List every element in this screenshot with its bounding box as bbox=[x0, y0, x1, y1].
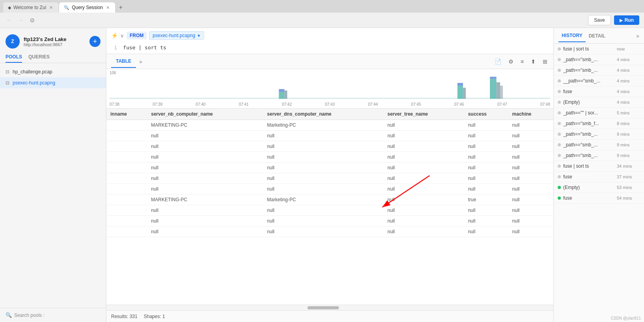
table-row[interactable]: null null null null null bbox=[106, 141, 553, 152]
run-button[interactable]: ▶ Run bbox=[614, 15, 639, 25]
history-time-13: 53 mins bbox=[617, 185, 632, 190]
cell-success: null bbox=[464, 131, 508, 141]
history-item-14[interactable]: fuse 54 mins bbox=[554, 193, 644, 204]
history-nav-button[interactable]: ⊙ bbox=[28, 15, 36, 25]
sidebar-header: Z ftp123's Zed Lake http://localhost:986… bbox=[0, 28, 106, 52]
results-icon-grid[interactable]: ⊞ bbox=[542, 57, 549, 66]
results-icon-filter[interactable]: ≡ bbox=[519, 57, 525, 66]
history-item-12[interactable]: fuse 37 mins bbox=[554, 172, 644, 182]
table-container[interactable]: inname server_nb_computer_name server_dn… bbox=[106, 109, 553, 305]
forward-button[interactable]: → bbox=[17, 15, 25, 25]
history-time-0: now bbox=[617, 47, 625, 51]
history-dot-12 bbox=[558, 175, 561, 178]
tab-welcome-label: Welcome to Zui bbox=[13, 5, 46, 10]
history-text-12: fuse bbox=[563, 174, 614, 180]
pool-item-psexec[interactable]: ⊟ psexec-hunt.pcapng bbox=[0, 77, 106, 88]
search-placeholder[interactable]: Search pools : bbox=[14, 313, 45, 318]
history-item-11[interactable]: fuse | sort ts 34 mins bbox=[554, 161, 644, 172]
cell-machine: null bbox=[508, 152, 553, 163]
col-header-success: success bbox=[464, 109, 508, 120]
results-tab-table[interactable]: TABLE bbox=[111, 55, 136, 68]
save-button[interactable]: Save bbox=[588, 15, 610, 25]
table-row[interactable]: null null null null null bbox=[106, 131, 553, 141]
history-item-7[interactable]: _path=="smb_f... 8 mins bbox=[554, 118, 644, 129]
table-row[interactable]: null null null null null bbox=[106, 227, 553, 237]
cell-tree: null bbox=[383, 141, 464, 152]
results-expand-button[interactable]: » bbox=[136, 58, 145, 65]
table-row[interactable]: null null null null null bbox=[106, 173, 553, 184]
history-item-2[interactable]: _path=="smb_... 4 mins bbox=[554, 65, 644, 76]
filter-icon[interactable]: ⚡ bbox=[111, 32, 118, 39]
history-time-6: 5 mins bbox=[617, 110, 629, 115]
history-time-9: 9 mins bbox=[617, 142, 629, 147]
cell-machine: null bbox=[508, 163, 553, 173]
scrollbar-thumb-x[interactable] bbox=[307, 306, 339, 309]
history-item-10[interactable]: _path=="smb_... 9 mins bbox=[554, 150, 644, 161]
back-button[interactable]: ← bbox=[5, 15, 13, 25]
chart-area: 106 bbox=[106, 69, 553, 109]
results-icon-settings[interactable]: ⚙ bbox=[507, 57, 515, 66]
right-tab-history[interactable]: HISTORY bbox=[558, 30, 586, 42]
query-line-1[interactable]: fuse | sort ts bbox=[123, 45, 166, 51]
history-item-6[interactable]: _path=="" | sor... 5 mins bbox=[554, 108, 644, 118]
history-item-4[interactable]: fuse 4 mins bbox=[554, 86, 644, 97]
history-text-6: _path=="" | sor... bbox=[563, 110, 614, 116]
history-time-11: 34 mins bbox=[617, 164, 632, 168]
history-text-1: _path=="smb_... bbox=[563, 57, 614, 62]
sidebar-tab-queries[interactable]: QUERIES bbox=[28, 52, 50, 63]
sidebar-tabs: POOLS QUERIES bbox=[0, 52, 106, 63]
history-item-5[interactable]: (Empty) 4 mins bbox=[554, 97, 644, 108]
source-chevron-icon: ▼ bbox=[197, 34, 201, 38]
cell-nb: MARKETING-PC bbox=[147, 120, 263, 131]
col-header-tree: server_tree_name bbox=[383, 109, 464, 120]
chart-x-labels: 07:38 07:39 07:40 07:41 07:42 07:43 07:4… bbox=[110, 102, 550, 107]
pool-item-hp-challenge[interactable]: ⊟ hp_challenge.pcap bbox=[0, 66, 106, 77]
filter-chevron[interactable]: ∨ bbox=[120, 33, 124, 39]
right-panel-expand-button[interactable]: » bbox=[636, 33, 639, 39]
cell-tree: null bbox=[383, 120, 464, 131]
right-tab-detail[interactable]: DETAIL bbox=[586, 30, 609, 42]
history-item-13[interactable]: (Empty) 53 mins bbox=[554, 182, 644, 193]
results-icon-export[interactable]: ⬆ bbox=[530, 57, 537, 66]
table-scrollbar-x[interactable] bbox=[106, 305, 553, 310]
cell-nb: null bbox=[147, 227, 263, 237]
history-dot-8 bbox=[558, 133, 561, 136]
table-row[interactable]: null null null null null bbox=[106, 205, 553, 216]
svg-rect-8 bbox=[490, 77, 496, 79]
history-item-0[interactable]: fuse | sort ts now bbox=[554, 44, 644, 54]
table-row-annotated[interactable]: MARKETING-PC Marketing-PC null true null bbox=[106, 195, 553, 205]
add-tab-button[interactable]: + bbox=[116, 2, 126, 13]
source-selector[interactable]: psexec-hunt.pcapng ▼ bbox=[149, 31, 204, 40]
history-item-9[interactable]: _path=="smb_... 9 mins bbox=[554, 140, 644, 150]
table-body: MARKETING-PC Marketing-PC null null null… bbox=[106, 120, 553, 237]
tab-query[interactable]: 🔍 Query Session ✕ bbox=[59, 2, 115, 13]
table-row[interactable]: null null null null null bbox=[106, 184, 553, 195]
cell-inname bbox=[106, 131, 147, 141]
results-icon-note[interactable]: 📄 bbox=[493, 57, 503, 66]
cell-machine: null bbox=[508, 141, 553, 152]
tab-welcome[interactable]: ◆ Welcome to Zui ✕ bbox=[3, 2, 58, 13]
history-time-10: 9 mins bbox=[617, 153, 629, 158]
chart-x-label-7: 07:45 bbox=[411, 102, 421, 107]
history-dot-11 bbox=[558, 165, 561, 168]
table-row[interactable]: null null null null null bbox=[106, 216, 553, 227]
tab-query-close[interactable]: ✕ bbox=[105, 5, 110, 10]
history-item-3[interactable]: __path=="smb_... 4 mins bbox=[554, 76, 644, 86]
results-toolbar: TABLE » 📄 ⚙ ≡ ⬆ ⊞ bbox=[106, 54, 553, 69]
cell-tree: null bbox=[383, 227, 464, 237]
table-row[interactable]: MARKETING-PC Marketing-PC null null null bbox=[106, 120, 553, 131]
sidebar-tab-pools[interactable]: POOLS bbox=[6, 52, 22, 63]
history-text-14: fuse bbox=[563, 195, 614, 201]
cell-inname bbox=[106, 216, 147, 227]
history-item-8[interactable]: _path=="smb_... 9 mins bbox=[554, 129, 644, 140]
status-bar: Results: 331 Shapes: 1 bbox=[106, 310, 553, 322]
history-text-0: fuse | sort ts bbox=[563, 46, 614, 52]
svg-rect-5 bbox=[458, 83, 463, 86]
history-text-5: (Empty) bbox=[563, 99, 614, 105]
tab-welcome-close[interactable]: ✕ bbox=[48, 5, 54, 10]
sidebar-add-button[interactable]: + bbox=[89, 36, 101, 47]
history-item-1[interactable]: _path=="smb_... 4 mins bbox=[554, 54, 644, 65]
table-row[interactable]: null null null null null bbox=[106, 152, 553, 163]
svg-rect-9 bbox=[496, 82, 500, 99]
table-row[interactable]: null null null null null bbox=[106, 163, 553, 173]
